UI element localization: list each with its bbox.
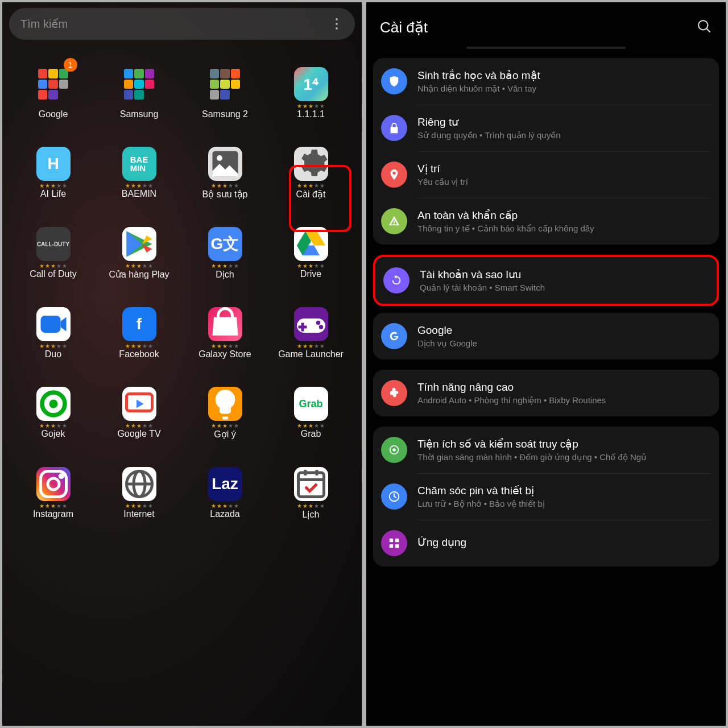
svg-rect-27 — [395, 539, 399, 542]
badge: 1 — [64, 58, 77, 72]
svg-rect-2 — [40, 316, 60, 333]
app-label: Lịch — [303, 509, 320, 520]
app-item-lịch[interactable]: ★★★★★Lịch — [268, 462, 354, 520]
setting-subtitle: Lưu trữ • Bộ nhớ • Bảo vệ thiết bị — [417, 499, 711, 509]
app-item-instagram[interactable]: ★★★★★Instagram — [10, 462, 96, 520]
svg-point-9 — [49, 400, 57, 408]
app-item-cài-đặt[interactable]: ★★★★★Cài đặt — [268, 142, 354, 200]
svg-point-12 — [48, 478, 59, 490]
setting-group: GoogleDịch vụ Google — [373, 313, 719, 359]
setting-subtitle: Dịch vụ Google — [417, 338, 711, 349]
svg-line-22 — [706, 28, 710, 32]
digital-icon — [381, 437, 407, 463]
app-label: Cửa hàng Play — [109, 269, 169, 280]
setting-subtitle: Thông tin y tế • Cảnh báo khẩn cấp không… — [417, 224, 711, 234]
app-item-dịch[interactable]: G文★★★★★Dịch — [182, 222, 268, 280]
app-item-1.1.1.1[interactable]: 1⁴★★★★★1.1.1.1 — [268, 63, 354, 119]
app-item-google-tv[interactable]: ★★★★★Google TV — [96, 382, 182, 440]
app-label: Dịch — [216, 269, 234, 280]
svg-point-4 — [316, 321, 320, 325]
setting-row-t-i-kho-n-v-sao-l-u[interactable]: Tài khoản và sao lưuQuản lý tài khoản • … — [375, 257, 717, 304]
app-item-samsung[interactable]: Samsung — [96, 63, 182, 119]
setting-title: An toàn và khẩn cấp — [417, 209, 711, 222]
app-item-grab[interactable]: Grab★★★★★Grab — [268, 382, 354, 440]
settings-title: Cài đặt — [380, 19, 428, 36]
app-label: Google — [39, 109, 68, 119]
app-item-game-launcher[interactable]: ★★★★★Game Launcher — [268, 303, 354, 359]
app-item-samsung-2[interactable]: Samsung 2 — [182, 63, 268, 119]
setting-row-ri-ng-t-[interactable]: Riêng tưSử dụng quyền • Trình quản lý qu… — [373, 105, 719, 151]
search-placeholder: Tìm kiếm — [20, 17, 330, 31]
app-item-gợi-ý[interactable]: ★★★★★Gợi ý — [182, 382, 268, 440]
search-icon[interactable] — [696, 18, 712, 36]
app-item-galaxy-store[interactable]: ★★★★★Galaxy Store — [182, 303, 268, 359]
app-item-lazada[interactable]: Laz★★★★★Lazada — [182, 462, 268, 520]
svg-point-5 — [318, 325, 323, 329]
app-label: Galaxy Store — [198, 349, 251, 359]
app-label: Game Launcher — [278, 349, 344, 359]
setting-title: Google — [417, 324, 711, 337]
app-item-facebook[interactable]: f★★★★★Facebook — [96, 303, 182, 359]
setting-row-google[interactable]: GoogleDịch vụ Google — [373, 313, 719, 359]
settings-list[interactable]: Sinh trắc học và bảo mậtNhận diện khuôn … — [366, 58, 726, 566]
app-item-call-of-duty[interactable]: CALL-DUTY★★★★★Call of Duty — [10, 222, 96, 280]
more-icon[interactable] — [330, 18, 344, 30]
setting-title: Riêng tư — [417, 115, 711, 129]
alert-icon — [381, 208, 407, 234]
app-label: 1.1.1.1 — [297, 109, 325, 119]
setting-subtitle: Android Auto • Phòng thí nghiệm • Bixby … — [417, 395, 711, 406]
svg-point-21 — [698, 20, 708, 30]
app-item-drive[interactable]: ★★★★★Drive — [268, 222, 354, 280]
setting-title: Chăm sóc pin và thiết bị — [417, 484, 711, 497]
app-item-internet[interactable]: ★★★★★Internet — [96, 462, 182, 520]
shield-icon — [381, 68, 407, 94]
setting-title: Tiện ích số và kiểm soát truy cập — [417, 437, 711, 450]
setting-row-v-tr-[interactable]: Vị tríYêu cầu vị trí — [373, 151, 719, 198]
plus-icon — [381, 380, 407, 406]
app-label: Bộ sưu tập — [202, 189, 248, 200]
apps-icon — [381, 530, 407, 556]
app-label: Instagram — [33, 509, 73, 519]
setting-row--ng-d-ng[interactable]: Ứng dụng — [373, 520, 719, 566]
app-item-google[interactable]: 1Google — [10, 63, 96, 119]
app-label: Gợi ý — [214, 429, 235, 440]
svg-rect-7 — [298, 326, 307, 329]
setting-row-t-nh-n-ng-n-ng-cao[interactable]: Tính năng nâng caoAndroid Auto • Phòng t… — [373, 370, 719, 416]
setting-subtitle: Quản lý tài khoản • Smart Switch — [420, 283, 709, 293]
setting-subtitle: Thời gian sáng màn hình • Đếm giờ ứng dụ… — [417, 452, 711, 462]
setting-row-sinh-tr-c-h-c-v-b-o-m-t[interactable]: Sinh trắc học và bảo mậtNhận diện khuôn … — [373, 58, 719, 105]
app-item-bộ-sưu-tập[interactable]: ★★★★★Bộ sưu tập — [182, 142, 268, 200]
setting-row-ch-m-s-c-pin-v-thi-t-b-[interactable]: Chăm sóc pin và thiết bịLưu trữ • Bộ nhớ… — [373, 473, 719, 520]
app-label: BAEMIN — [122, 189, 156, 199]
settings-panel: Cài đặt Sinh trắc học và bảo mậtNhận diệ… — [364, 0, 728, 728]
app-item-ai-life[interactable]: H★★★★★AI Life — [10, 142, 96, 200]
app-item-baemin[interactable]: BAEMIN★★★★★BAEMIN — [96, 142, 182, 200]
app-label: Samsung 2 — [202, 109, 248, 119]
setting-title: Sinh trắc học và bảo mật — [417, 69, 711, 82]
setting-subtitle: Nhận diện khuôn mặt • Vân tay — [417, 84, 711, 94]
app-item-gojek[interactable]: ★★★★★Gojek — [10, 382, 96, 440]
setting-group: Sinh trắc học và bảo mậtNhận diện khuôn … — [373, 58, 719, 245]
setting-group: Tính năng nâng caoAndroid Auto • Phòng t… — [373, 370, 719, 416]
svg-point-13 — [60, 475, 63, 478]
app-label: Duo — [45, 349, 61, 359]
setting-row-ti-n-ch-s-v-ki-m-so-t-truy-c-p[interactable]: Tiện ích số và kiểm soát truy cậpThời gi… — [373, 427, 719, 473]
highlighted-setting-group: Tài khoản và sao lưuQuản lý tài khoản • … — [373, 255, 719, 306]
app-item-cửa-hàng-play[interactable]: ★★★★★Cửa hàng Play — [96, 222, 182, 280]
app-label: Call of Duty — [30, 269, 77, 279]
lock-icon — [381, 115, 407, 141]
setting-row-an-to-n-v-kh-n-c-p[interactable]: An toàn và khẩn cấpThông tin y tế • Cảnh… — [373, 198, 719, 245]
app-label: Cài đặt — [296, 189, 326, 200]
svg-rect-29 — [395, 544, 399, 548]
app-label: Samsung — [120, 109, 159, 119]
setting-group: Tiện ích số và kiểm soát truy cậpThời gi… — [373, 427, 719, 566]
setting-title: Vị trí — [417, 162, 711, 175]
app-label: Lazada — [210, 509, 240, 519]
app-label: AI Life — [40, 189, 66, 199]
app-label: Google TV — [117, 429, 160, 439]
app-drawer-panel: Tìm kiếm 1GoogleSamsungSamsung 21⁴★★★★★1… — [0, 0, 364, 728]
care-icon — [381, 483, 407, 510]
search-bar[interactable]: Tìm kiếm — [9, 8, 355, 40]
app-item-duo[interactable]: ★★★★★Duo — [10, 303, 96, 359]
settings-header: Cài đặt — [366, 2, 726, 47]
